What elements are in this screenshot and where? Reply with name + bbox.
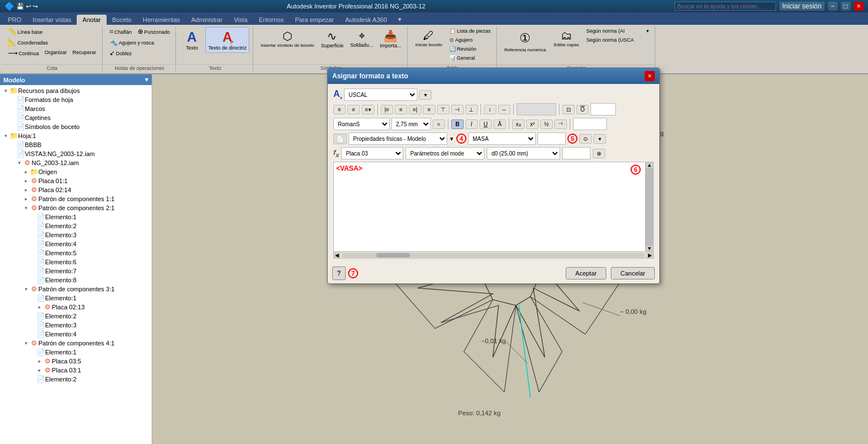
formula-part-select[interactable]: Placa 03 <box>341 147 403 159</box>
btn-bold[interactable]: B <box>451 119 464 129</box>
tree-item-27[interactable]: 📄Elemento:4 <box>1 330 151 339</box>
tree-expander-10[interactable]: ▸ <box>23 178 29 184</box>
btn-align-left[interactable]: |≡ <box>381 105 393 114</box>
qa-save[interactable]: 💾 <box>16 3 24 10</box>
zoom-value-input[interactable] <box>517 103 556 116</box>
tab-more[interactable]: ▾ <box>393 14 407 25</box>
btn-prop-options1[interactable]: ⊙ <box>579 134 592 144</box>
btn-texto[interactable]: A Texto <box>180 27 203 53</box>
tree-expander-11[interactable]: ▸ <box>23 187 29 193</box>
btn-spacing[interactable]: ↔ <box>498 105 510 114</box>
signin-btn[interactable]: Iniciar sesión <box>779 2 825 11</box>
tree-item-1[interactable]: 📄Formatos de hoja <box>1 95 151 104</box>
vscroll-up[interactable]: ▲ <box>646 162 653 168</box>
tree-expander-24[interactable]: ▸ <box>36 304 43 310</box>
tree-item-7[interactable]: 📄VISTA3:NG_2003-12.iam <box>1 149 151 158</box>
btn-soldadura[interactable]: ⌖ Soldadu... <box>347 27 376 50</box>
tab-insertar-vistas[interactable]: Insertar vistas <box>27 15 77 25</box>
btn-importa[interactable]: 📥 Importa... <box>377 27 404 51</box>
btn-line-spacing[interactable]: ↕ <box>484 105 496 114</box>
tree-item-20[interactable]: 📄Elemento:7 <box>1 267 151 276</box>
btn-align-middle[interactable]: ⊣ <box>451 105 464 114</box>
btn-lista-piezas[interactable]: 📋 Lista de piezas <box>447 27 493 35</box>
btn-align-bottom[interactable]: ⊥ <box>465 105 478 114</box>
btn-list-dropdown[interactable]: ≡▾ <box>362 105 374 114</box>
hscroll-left[interactable]: ◀ <box>334 252 340 258</box>
tree-expander-31[interactable]: ▸ <box>36 367 43 373</box>
tree-item-19[interactable]: 📄Elemento:6 <box>1 257 151 267</box>
dialog-close-btn[interactable]: × <box>645 71 655 81</box>
tree-item-25[interactable]: 📄Elemento:2 <box>1 312 151 321</box>
btn-list-style1[interactable]: ≡ <box>333 105 346 114</box>
tree-item-9[interactable]: ▸📁Origen <box>1 167 151 176</box>
text-value-input[interactable]: 100 <box>591 103 616 116</box>
btn-superscript[interactable]: x² <box>526 119 539 129</box>
btn-prop-options2[interactable]: ▾ <box>593 134 606 144</box>
tab-anotar[interactable]: Anotar <box>77 15 106 25</box>
formula-param-select[interactable]: Parámetros del mode <box>406 147 484 159</box>
btn-insertar-simbolo[interactable]: ⬡ Insertar símbolo de boceto <box>258 27 317 50</box>
tree-expander-30[interactable]: ▸ <box>36 358 43 364</box>
minimize-btn[interactable]: − <box>828 2 838 11</box>
btn-overline[interactable]: O <box>576 105 589 114</box>
btn-doblez[interactable]: ↙ Doblez <box>107 48 134 58</box>
tree-expander-13[interactable]: ▾ <box>23 205 29 211</box>
tab-herramientas[interactable]: Herramientas <box>137 15 186 25</box>
btn-coordenadas[interactable]: 📐 Coordenadas <box>6 38 50 47</box>
tree-item-30[interactable]: ▸⚙Placa 03:5 <box>1 357 151 366</box>
btn-underline[interactable]: U <box>479 119 492 129</box>
tree-item-11[interactable]: ▸⚙Placa 02:14 <box>1 185 151 194</box>
tree-item-14[interactable]: 📄Elemento:1 <box>1 212 151 221</box>
font-size-select[interactable]: 2,75 mm <box>391 118 431 130</box>
accept-button[interactable]: Aceptar <box>566 267 606 279</box>
font-name-select[interactable]: USCAL <box>344 88 417 101</box>
btn-segun-norma-usca[interactable]: Según norma (USCA <box>584 36 651 44</box>
maximize-btn[interactable]: □ <box>841 2 851 11</box>
tree-item-13[interactable]: ▾⚙Patrón de componentes 2:1 <box>1 203 151 212</box>
font-name-dropdown-btn[interactable]: ▾ <box>419 90 431 100</box>
btn-superficie[interactable]: ∿ Superficie <box>318 27 346 51</box>
btn-continua[interactable]: ⟶ Continua <box>6 48 41 58</box>
tree-item-0[interactable]: ▾📁Recursos para dibujos <box>1 86 151 95</box>
tree-item-31[interactable]: ▸⚙Placa 03:1 <box>1 366 151 375</box>
tree-item-15[interactable]: 📄Elemento:2 <box>1 221 151 230</box>
tree-item-3[interactable]: 📄Cajetines <box>1 113 151 122</box>
prop-category-select[interactable]: Propiedades físicas - Modelo <box>349 132 447 145</box>
btn-match-text[interactable]: ≈ <box>433 119 445 129</box>
btn-zoom-to-fit[interactable]: ⊡ <box>562 105 575 114</box>
tree-item-6[interactable]: 📄BBBB <box>1 140 151 149</box>
prop-value2-input[interactable]: 2,12 <box>537 132 566 145</box>
tree-item-16[interactable]: 📄Elemento:3 <box>1 230 151 239</box>
tree-expander-22[interactable]: ▾ <box>23 286 29 292</box>
sidebar-expand-icon[interactable]: ▾ <box>145 76 148 83</box>
tree-item-29[interactable]: 📄Elemento:1 <box>1 348 151 357</box>
tab-vista[interactable]: Vista <box>228 15 253 25</box>
btn-align-center[interactable]: ≡ <box>395 105 407 114</box>
tab-pro[interactable]: PRO <box>2 15 27 25</box>
tree-item-22[interactable]: ▾⚙Patrón de componentes 3:1 <box>1 285 151 294</box>
btn-editar-capas[interactable]: 🗂 Editar capas <box>551 27 581 50</box>
tree-item-12[interactable]: ▸⚙Patrón de componentes 1:1 <box>1 194 151 203</box>
tree-item-21[interactable]: 📄Elemento:8 <box>1 276 151 285</box>
formula-val-input[interactable]: 2,12 <box>562 147 591 159</box>
tree-expander-0[interactable]: ▾ <box>2 88 9 94</box>
cancel-button[interactable]: Cancelar <box>611 267 655 279</box>
tree-item-5[interactable]: ▾📁Hoja:1 <box>1 131 151 140</box>
hscroll-thumb[interactable] <box>376 253 410 257</box>
btn-agujero-tabla[interactable]: ⊙ Agujero <box>447 36 493 44</box>
btn-strikethrough[interactable]: Ā <box>494 119 506 129</box>
btn-punzonado[interactable]: ⊕ Punzonado <box>135 27 173 37</box>
prop-value-select[interactable]: MASA <box>468 132 536 145</box>
close-btn[interactable]: × <box>854 2 863 11</box>
dialog-hscrollbar[interactable]: ◀ ▶ <box>333 252 654 259</box>
btn-agujero-rosca[interactable]: 🔩 Agujero y rosca <box>107 38 157 47</box>
btn-subscript[interactable]: x₂ <box>512 119 525 129</box>
tree-item-10[interactable]: ▸⚙Placa 01:1 <box>1 176 151 185</box>
formula-d0-select[interactable]: d0 (25,00 mm) <box>487 147 560 159</box>
tree-expander-8[interactable]: ▾ <box>16 160 23 166</box>
tab-administrar[interactable]: Administrar <box>186 15 228 25</box>
tree-item-32[interactable]: 📄Elemento:2 <box>1 375 151 384</box>
tree-item-23[interactable]: 📄Elemento:1 <box>1 294 151 303</box>
btn-general[interactable]: 📊 General <box>447 54 493 62</box>
btn-texto-directriz[interactable]: A↗ Texto de directriz <box>205 27 249 53</box>
